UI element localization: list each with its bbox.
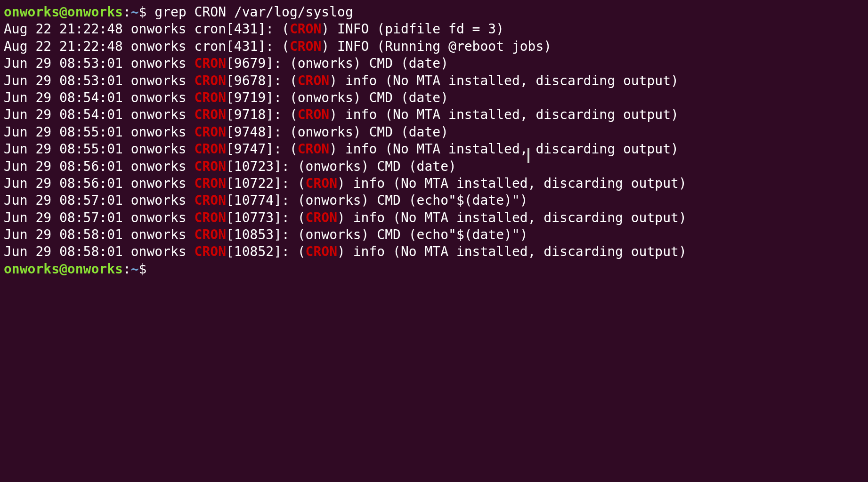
command-text [146,4,154,20]
log-text: [10853]: (onworks) CMD (echo"$(date)") [226,227,528,242]
log-text: Jun 29 08:57:01 onworks [4,210,195,225]
grep-match: CRON [195,124,226,140]
log-text: [9748]: (onworks) CMD (date) [226,124,448,140]
log-text: [10773]: ( [226,210,306,225]
prompt-dollar: $ [139,4,147,20]
log-text: ) info (No MTA installed, discarding out… [337,244,687,259]
grep-match: CRON [298,73,329,88]
log-text: [9747]: ( [226,141,298,157]
log-line: Jun 29 08:53:01 onworks CRON[9678]: (CRO… [4,72,864,89]
log-line: Jun 29 08:58:01 onworks CRON[10852]: (CR… [4,243,864,260]
grep-match: CRON [306,176,337,191]
grep-match: CRON [195,210,226,225]
log-text: [9679]: (onworks) CMD (date) [226,56,448,71]
log-text: Jun 29 08:53:01 onworks [4,56,195,71]
log-line: Jun 29 08:55:01 onworks CRON[9747]: (CRO… [4,141,864,158]
prompt-user-host-2: onworks@onworks [4,261,123,277]
log-line: Jun 29 08:54:01 onworks CRON[9719]: (onw… [4,89,864,106]
log-line: Aug 22 21:22:48 onworks cron[431]: (CRON… [4,21,864,38]
log-text: Jun 29 08:58:01 onworks [4,244,195,259]
log-text: Jun 29 08:53:01 onworks [4,73,195,88]
log-text: [10722]: ( [226,176,306,191]
log-text: [9718]: ( [226,107,298,122]
grep-match: CRON [306,244,337,259]
log-text: [9678]: ( [226,73,298,88]
log-line: Jun 29 08:53:01 onworks CRON[9679]: (onw… [4,55,864,72]
log-text: [10852]: ( [226,244,306,259]
grep-match: CRON [306,210,337,225]
command-input: grep CRON /var/log/syslog [154,4,353,20]
grep-match: CRON [195,176,226,191]
grep-match: CRON [290,21,321,37]
log-text: Jun 29 08:56:01 onworks [4,159,195,174]
prompt-colon: : [123,4,131,20]
log-text: Jun 29 08:54:01 onworks [4,90,195,105]
grep-match: CRON [290,39,321,54]
grep-match: CRON [195,107,226,122]
terminal-output[interactable]: onworks@onworks:~$ grep CRON /var/log/sy… [4,4,864,278]
log-line: Aug 22 21:22:48 onworks cron[431]: (CRON… [4,38,864,55]
log-text: [10723]: (onworks) CMD (date) [226,159,456,174]
log-line: Jun 29 08:56:01 onworks CRON[10722]: (CR… [4,175,864,192]
log-text: Aug 22 21:22:48 onworks cron[431]: ( [4,21,290,37]
text-cursor-icon [527,148,529,163]
log-text: ) info (No MTA installed, discarding out… [329,141,679,157]
log-text: [10774]: (onworks) CMD (echo"$(date)") [226,193,528,208]
grep-match: CRON [195,227,226,242]
log-text: ) info (No MTA installed, discarding out… [337,176,687,191]
grep-match: CRON [195,159,226,174]
grep-match: CRON [298,141,329,157]
log-line: Jun 29 08:56:01 onworks CRON[10723]: (on… [4,158,864,175]
log-text: ) info (No MTA installed, discarding out… [337,210,687,225]
prompt-colon-2: : [123,261,131,277]
grep-match: CRON [195,73,226,88]
log-text: ) info (No MTA installed, discarding out… [329,107,679,122]
grep-match: CRON [195,56,226,71]
grep-match: CRON [195,244,226,259]
grep-match: CRON [195,90,226,105]
log-text: Jun 29 08:55:01 onworks [4,141,195,157]
log-text: Jun 29 08:54:01 onworks [4,107,195,122]
grep-match: CRON [195,193,226,208]
log-text: ) INFO (Running @reboot jobs) [321,39,552,54]
log-text: Jun 29 08:55:01 onworks [4,124,195,140]
prompt-dollar-2: $ [139,261,147,277]
log-line: Jun 29 08:57:01 onworks CRON[10773]: (CR… [4,209,864,226]
log-text: ) info (No MTA installed, discarding out… [329,73,679,88]
log-text: ) INFO (pidfile fd = 3) [321,21,504,37]
log-text: Jun 29 08:57:01 onworks [4,193,195,208]
prompt-path-2: ~ [131,261,139,277]
log-text: Jun 29 08:58:01 onworks [4,227,195,242]
prompt-path: ~ [131,4,139,20]
log-text: Jun 29 08:56:01 onworks [4,176,195,191]
grep-match: CRON [195,141,226,157]
grep-match: CRON [298,107,329,122]
log-line: Jun 29 08:54:01 onworks CRON[9718]: (CRO… [4,106,864,123]
log-line: Jun 29 08:55:01 onworks CRON[9748]: (onw… [4,124,864,141]
log-text: [9719]: (onworks) CMD (date) [226,90,448,105]
prompt-user-host: onworks@onworks [4,4,123,20]
log-text: Aug 22 21:22:48 onworks cron[431]: ( [4,39,290,54]
log-line: Jun 29 08:57:01 onworks CRON[10774]: (on… [4,192,864,209]
log-output-block: Aug 22 21:22:48 onworks cron[431]: (CRON… [4,21,864,260]
log-line: Jun 29 08:58:01 onworks CRON[10853]: (on… [4,226,864,243]
